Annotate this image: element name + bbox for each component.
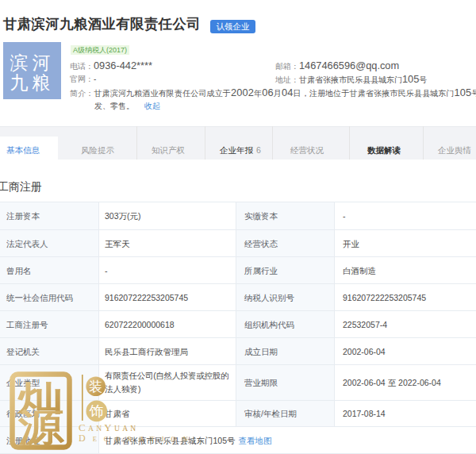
svg-text:装: 装	[89, 379, 102, 394]
svg-text:CANYUAN: CANYUAN	[79, 421, 139, 433]
svg-text:饰: 饰	[89, 403, 104, 419]
svg-text:DECORATION: DECORATION	[79, 433, 195, 444]
svg-text:源: 源	[18, 406, 64, 448]
